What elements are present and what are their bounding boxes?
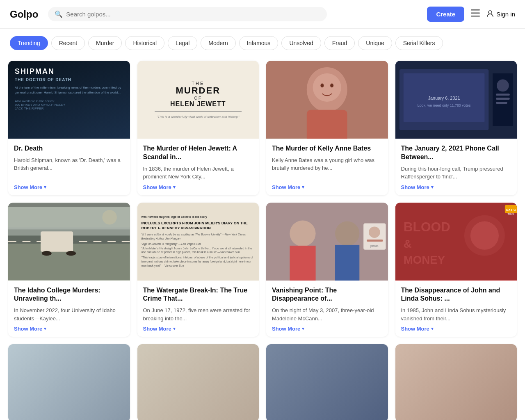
category-infamous[interactable]: Infamous xyxy=(239,36,278,50)
svg-point-7 xyxy=(313,73,341,102)
card-image-partial3 xyxy=(266,344,388,420)
card-desc-january-call: During this hour-long call, Trump pressu… xyxy=(401,165,511,181)
category-historical[interactable]: Historical xyxy=(125,36,164,50)
svg-point-8 xyxy=(320,83,324,87)
show-more-button-kelly-anne-bates[interactable]: Show More ▾ xyxy=(272,181,382,190)
svg-point-34 xyxy=(335,221,359,245)
svg-rect-29 xyxy=(8,203,130,207)
svg-text:January 6, 2021: January 6, 2021 xyxy=(428,96,460,100)
sign-in-button[interactable]: Sign in xyxy=(486,10,515,18)
card-desc-idaho-murders: In November 2022, four University of Ida… xyxy=(14,306,124,322)
show-more-button-watergate[interactable]: Show More ▾ xyxy=(143,322,253,332)
card-desc-madeleine: On the night of May 3, 2007, three-year-… xyxy=(272,306,382,322)
show-more-button-dr-death[interactable]: Show More ▾ xyxy=(14,181,124,190)
category-unsolved[interactable]: Unsolved xyxy=(281,36,321,50)
create-button[interactable]: Create xyxy=(427,7,464,22)
svg-point-37 xyxy=(369,226,380,238)
category-murder[interactable]: Murder xyxy=(88,36,122,50)
show-more-label: Show More xyxy=(401,184,429,190)
svg-rect-19 xyxy=(496,102,507,104)
card-image-secrets: was Howard Hughes; Age of Secrets is his… xyxy=(137,203,259,281)
menu-icon[interactable] xyxy=(471,9,480,19)
card-madeleine: photo Vanishing Point: The Disappearance… xyxy=(266,203,388,337)
card-sohus: BLOOD & MONEY OXY G TRUE The Disappearan… xyxy=(395,203,517,337)
card-image-helen: THE MURDER OF HELEN JEWETT "This is a wo… xyxy=(137,61,259,139)
svg-point-16 xyxy=(497,80,509,92)
chevron-down-icon: ▾ xyxy=(302,326,304,331)
card-body-helen-jewett: The Murder of Helen Jewett: A Scandal in… xyxy=(137,139,259,195)
search-input[interactable] xyxy=(66,11,320,18)
card-title-january-call: The January 2, 2021 Phone Call Between..… xyxy=(401,144,511,162)
svg-rect-17 xyxy=(496,94,510,96)
card-title-sohus: The Disappearance of John and Linda Sohu… xyxy=(401,286,511,304)
card-image-couple: photo xyxy=(266,203,388,281)
svg-point-3 xyxy=(488,11,492,14)
card-image-blood: BLOOD & MONEY OXY G TRUE xyxy=(395,203,517,281)
chevron-down-icon: ▾ xyxy=(44,185,46,190)
header-right: Create Sign in xyxy=(427,7,515,22)
show-more-button-idaho-murders[interactable]: Show More ▾ xyxy=(14,322,124,332)
chevron-down-icon: ▾ xyxy=(173,185,176,190)
card-image-person xyxy=(266,61,388,139)
card-image-partial2 xyxy=(137,344,259,420)
card-image-partial4 xyxy=(395,344,517,420)
category-fraud[interactable]: Fraud xyxy=(324,36,355,50)
card-title-watergate: The Watergate Break-In: The True Crime T… xyxy=(143,286,253,304)
category-modern[interactable]: Modern xyxy=(201,36,235,50)
card-desc-helen-jewett: In 1836, the murder of Helen Jewett, a p… xyxy=(143,165,253,181)
card-desc-dr-death: Harold Shipman, known as 'Dr. Death,' wa… xyxy=(14,156,124,181)
show-more-label: Show More xyxy=(272,184,300,190)
category-trending[interactable]: Trending xyxy=(10,36,48,50)
card-body-kelly-anne-bates: The Murder of Kelly Anne BatesKelly Anne… xyxy=(266,139,388,195)
category-nav: TrendingRecentMurderHistoricalLegalModer… xyxy=(0,29,525,57)
svg-rect-6 xyxy=(307,110,347,139)
svg-point-30 xyxy=(102,210,117,225)
card-partial1 xyxy=(8,344,130,420)
svg-rect-38 xyxy=(367,240,383,242)
svg-text:Look, we need only 11,780 vote: Look, we need only 11,780 votes xyxy=(417,103,470,107)
show-more-button-sohus[interactable]: Show More ▾ xyxy=(401,322,511,332)
svg-text:BLOOD: BLOOD xyxy=(403,219,450,234)
card-partial3 xyxy=(266,344,388,420)
svg-rect-25 xyxy=(41,231,73,251)
card-partial4 xyxy=(395,344,517,420)
show-more-button-madeleine[interactable]: Show More ▾ xyxy=(272,322,382,332)
chevron-down-icon: ▾ xyxy=(44,326,46,331)
cards-grid: SHIPMAN THE DOCTOR OF DEATH At the turn … xyxy=(8,61,517,420)
category-serial-killers[interactable]: Serial Killers xyxy=(395,36,443,50)
svg-rect-18 xyxy=(496,98,510,100)
card-body-madeleine: Vanishing Point: The Disappearance of...… xyxy=(266,281,388,337)
card-title-madeleine: Vanishing Point: The Disappearance of... xyxy=(272,286,382,304)
card-title-helen-jewett: The Murder of Helen Jewett: A Scandal in… xyxy=(143,144,253,162)
card-idaho-murders: The Idaho College Murders: Unraveling th… xyxy=(8,203,130,337)
category-recent[interactable]: Recent xyxy=(51,36,85,50)
main-content: SHIPMAN THE DOCTOR OF DEATH At the turn … xyxy=(0,57,525,420)
svg-rect-0 xyxy=(471,9,480,11)
category-unique[interactable]: Unique xyxy=(358,36,392,50)
show-more-button-january-call[interactable]: Show More ▾ xyxy=(401,181,511,190)
card-image-shipman: SHIPMAN THE DOCTOR OF DEATH At the turn … xyxy=(8,61,130,139)
card-image-road xyxy=(8,203,130,281)
svg-rect-33 xyxy=(290,245,315,280)
svg-point-9 xyxy=(330,83,333,87)
category-legal[interactable]: Legal xyxy=(168,36,197,50)
card-dr-death: SHIPMAN THE DOCTOR OF DEATH At the turn … xyxy=(8,61,130,195)
card-image-political: January 6, 2021 Look, we need only 11,78… xyxy=(395,61,517,139)
chevron-down-icon: ▾ xyxy=(431,326,434,331)
card-body-watergate: The Watergate Break-In: The True Crime T… xyxy=(137,281,259,337)
svg-point-45 xyxy=(470,221,498,249)
svg-text:photo: photo xyxy=(370,244,379,247)
svg-rect-1 xyxy=(471,13,480,14)
search-icon: 🔍 xyxy=(55,10,63,18)
header: Golpo 🔍 Create Sign in xyxy=(0,0,525,29)
card-image-partial1 xyxy=(8,344,130,420)
card-title-kelly-anne-bates: The Murder of Kelly Anne Bates xyxy=(272,144,382,153)
show-more-label: Show More xyxy=(143,184,171,190)
svg-text:&: & xyxy=(403,237,411,250)
chevron-down-icon: ▾ xyxy=(431,185,434,190)
card-body-idaho-murders: The Idaho College Murders: Unraveling th… xyxy=(8,281,130,337)
show-more-button-helen-jewett[interactable]: Show More ▾ xyxy=(143,181,253,190)
show-more-label: Show More xyxy=(401,326,429,332)
user-icon xyxy=(486,10,494,18)
svg-rect-2 xyxy=(471,16,480,17)
